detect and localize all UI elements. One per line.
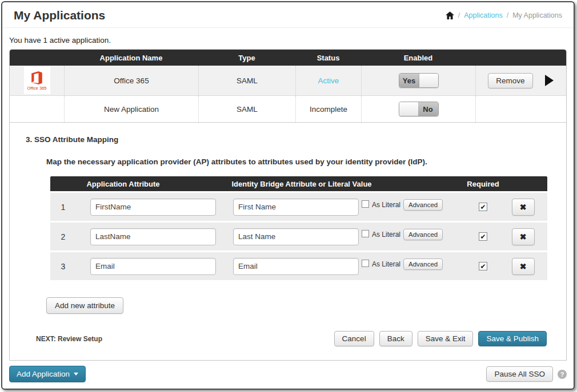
applications-table: Application Name Type Status Enabled Off… [9, 49, 567, 361]
expand-arrow-icon[interactable] [544, 74, 554, 87]
column-type: Type [198, 54, 295, 62]
save-publish-button[interactable]: Save & Publish [478, 331, 547, 346]
add-new-attribute-button[interactable]: Add new attribute [46, 297, 123, 314]
applications-table-header: Application Name Type Status Enabled [10, 50, 566, 66]
application-row-new-application: New Application SAML Incomplete No [10, 95, 566, 122]
application-status: Active [295, 66, 361, 95]
required-checkbox[interactable]: ✔ [479, 203, 487, 211]
application-attribute-input[interactable] [90, 258, 216, 275]
attribute-row-3: 3 As Literal Advanced ✔ ✖ [50, 252, 547, 280]
application-name: Office 365 [64, 66, 198, 95]
cancel-button[interactable]: Cancel [334, 331, 374, 346]
section-description: Map the necessary application provider (… [46, 157, 566, 166]
column-status: Status [295, 54, 361, 62]
pause-all-sso-button[interactable]: Pause All SSO [486, 366, 553, 382]
attribute-row-1: 1 As Literal Advanced ✔ ✖ [50, 193, 547, 221]
breadcrumb-separator: / [458, 11, 460, 19]
column-required: Required [467, 180, 499, 188]
add-application-label: Add Application [17, 370, 70, 378]
application-attribute-input[interactable] [90, 228, 216, 245]
office-365-logo: Office 365 [24, 67, 50, 94]
application-type: SAML [198, 96, 295, 122]
as-literal-checkbox[interactable] [362, 230, 369, 237]
app-window: My Applications / Applications / My Appl… [1, 1, 575, 390]
delete-attribute-button[interactable]: ✖ [512, 199, 535, 216]
toggle-handle [419, 74, 438, 87]
page-title: My Applications [14, 9, 105, 22]
panel-actions: NEXT: Review Setup Cancel Back Save & Ex… [10, 331, 566, 346]
breadcrumb-separator: / [507, 11, 508, 19]
delete-attribute-button[interactable]: ✖ [512, 228, 535, 245]
advanced-button[interactable]: Advanced [403, 199, 443, 211]
required-checkbox[interactable]: ✔ [479, 262, 487, 270]
enabled-toggle-yes[interactable]: Yes [399, 73, 439, 88]
toggle-handle [399, 102, 418, 116]
as-literal-label: As Literal [372, 201, 400, 209]
attribute-table-header: Application Attribute Identity Bridge At… [50, 176, 547, 191]
delete-attribute-button[interactable]: ✖ [512, 258, 535, 275]
toggle-label: Yes [399, 74, 419, 87]
identity-bridge-attribute-input[interactable] [233, 199, 359, 216]
advanced-button[interactable]: Advanced [403, 258, 443, 270]
as-literal-label: As Literal [372, 231, 400, 239]
page-header: My Applications / Applications / My Appl… [2, 2, 574, 28]
breadcrumb-current: My Applications [512, 11, 562, 19]
add-application-button[interactable]: Add Application [9, 366, 86, 382]
identity-bridge-attribute-input[interactable] [233, 258, 359, 275]
column-identity-bridge-attribute: Identity Bridge Attribute or Literal Val… [219, 180, 362, 188]
page-footer: Add Application Pause All SSO ? [2, 361, 574, 388]
back-button[interactable]: Back [379, 331, 412, 346]
attribute-row-2: 2 As Literal Advanced ✔ ✖ [50, 223, 547, 250]
caret-down-icon [74, 373, 78, 375]
home-icon[interactable] [446, 11, 454, 19]
save-exit-button[interactable]: Save & Exit [418, 331, 474, 346]
row-number: 2 [50, 232, 76, 241]
column-application-name: Application Name [64, 54, 198, 62]
row-number: 3 [50, 262, 76, 271]
as-literal-checkbox[interactable] [362, 260, 369, 267]
application-type: SAML [198, 66, 295, 95]
next-step-label: NEXT: Review Setup [36, 335, 102, 343]
row-number: 1 [50, 203, 76, 212]
breadcrumb-link-applications[interactable]: Applications [464, 11, 502, 19]
help-icon[interactable]: ? [558, 370, 567, 379]
breadcrumb: / Applications / My Applications [446, 11, 562, 19]
application-status: Incomplete [295, 96, 361, 122]
as-literal-checkbox[interactable] [362, 200, 369, 208]
application-attribute-input[interactable] [90, 199, 216, 216]
column-application-attribute: Application Attribute [50, 180, 219, 188]
office-365-logo-caption: Office 365 [27, 86, 46, 91]
active-application-summary: You have 1 active application. [9, 36, 574, 45]
identity-bridge-attribute-input[interactable] [233, 228, 359, 245]
remove-button[interactable]: Remove [488, 73, 532, 88]
required-checkbox[interactable]: ✔ [479, 232, 487, 241]
enabled-toggle-no[interactable]: No [399, 102, 439, 116]
application-row-office-365: Office 365 Office 365 SAML Active Yes Re… [10, 66, 566, 95]
column-enabled: Enabled [361, 54, 475, 62]
section-heading: 3. SSO Attribute Mapping [26, 135, 566, 144]
toggle-label: No [418, 102, 438, 116]
as-literal-label: As Literal [372, 260, 400, 268]
advanced-button[interactable]: Advanced [403, 229, 443, 240]
attribute-mapping-table: Application Attribute Identity Bridge At… [50, 176, 547, 280]
application-name: New Application [64, 96, 198, 122]
sso-attribute-mapping-panel: 3. SSO Attribute Mapping Map the necessa… [10, 122, 566, 360]
